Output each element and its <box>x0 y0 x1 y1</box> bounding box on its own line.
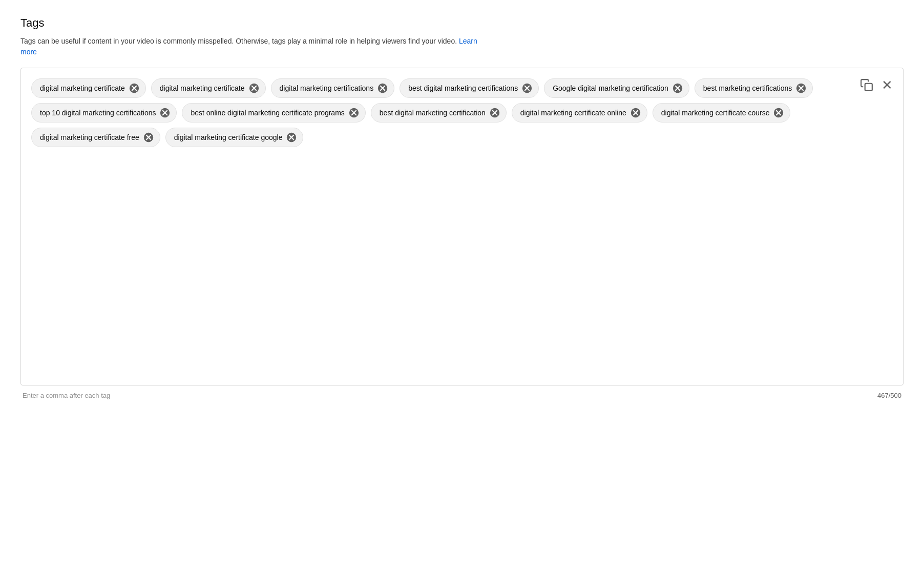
tag-item: digital marketing certifications <box>271 78 395 98</box>
tag-label: digital marketing certificate google <box>174 133 283 141</box>
remove-icon <box>796 83 806 93</box>
remove-icon <box>129 83 139 93</box>
tag-item: best digital marketing certifications <box>400 78 539 98</box>
tag-remove-button[interactable] <box>631 108 641 118</box>
tag-item: digital marketing certificate online <box>512 103 647 123</box>
tag-remove-button[interactable] <box>490 108 500 118</box>
tag-label: best digital marketing certification <box>380 109 486 117</box>
page-title: Tags <box>20 16 904 30</box>
tag-label: top 10 digital marketing certifications <box>40 109 156 117</box>
tag-label: best online digital marketing certificat… <box>191 109 344 117</box>
tag-remove-button[interactable] <box>773 108 784 118</box>
tag-label: digital marketing certificate free <box>40 133 139 141</box>
remove-icon <box>631 108 641 118</box>
remove-icon <box>377 83 388 93</box>
tag-item: top 10 digital marketing certifications <box>31 103 177 123</box>
tag-item: best digital marketing certification <box>371 103 507 123</box>
tag-remove-button[interactable] <box>522 83 532 93</box>
tag-label: digital marketing certificate <box>40 84 125 92</box>
tag-label: digital marketing certificate <box>160 84 245 92</box>
tag-item: digital marketing certificate course <box>653 103 791 123</box>
tag-remove-button[interactable] <box>160 108 170 118</box>
char-count: 467/500 <box>877 392 901 399</box>
tag-item: best online digital marketing certificat… <box>182 103 365 123</box>
tag-remove-button[interactable] <box>286 132 297 142</box>
remove-icon <box>349 108 359 118</box>
tag-remove-button[interactable] <box>249 83 259 93</box>
remove-icon <box>286 132 297 142</box>
tag-remove-button[interactable] <box>377 83 388 93</box>
tag-remove-button[interactable] <box>143 132 154 142</box>
tag-label: Google digital marketing certification <box>553 84 668 92</box>
footer: Enter a comma after each tag 467/500 <box>20 392 904 399</box>
tag-remove-button[interactable] <box>349 108 359 118</box>
tag-item: digital marketing certificate free <box>31 128 160 147</box>
tag-label: digital marketing certifications <box>280 84 374 92</box>
remove-icon <box>773 108 784 118</box>
copy-button[interactable] <box>858 76 875 94</box>
description-text: Tags can be useful if content in your vi… <box>20 37 457 45</box>
tag-remove-button[interactable] <box>673 83 683 93</box>
tag-label: best marketing certifications <box>703 84 792 92</box>
tags-area: digital marketing certificate digital ma… <box>31 78 893 147</box>
tag-remove-button[interactable] <box>796 83 806 93</box>
footer-hint: Enter a comma after each tag <box>23 392 110 399</box>
remove-icon <box>143 132 154 142</box>
tag-label: best digital marketing certifications <box>408 84 518 92</box>
tag-label: digital marketing certificate course <box>661 109 770 117</box>
tag-item: best marketing certifications <box>695 78 813 98</box>
tag-item: Google digital marketing certification <box>544 78 689 98</box>
tags-actions: ✕ <box>858 76 895 94</box>
remove-icon <box>490 108 500 118</box>
tags-container: ✕ digital marketing certificate digital … <box>20 68 904 385</box>
tag-item: digital marketing certificate <box>31 78 146 98</box>
remove-icon <box>160 108 170 118</box>
tag-item: digital marketing certificate google <box>165 128 304 147</box>
description: Tags can be useful if content in your vi… <box>20 36 481 57</box>
copy-icon <box>860 78 873 92</box>
tag-remove-button[interactable] <box>129 83 139 93</box>
remove-icon <box>673 83 683 93</box>
tag-label: digital marketing certificate online <box>520 109 626 117</box>
svg-rect-0 <box>865 84 872 91</box>
tag-item: digital marketing certificate <box>151 78 266 98</box>
remove-icon <box>249 83 259 93</box>
close-button[interactable]: ✕ <box>879 76 895 94</box>
remove-icon <box>522 83 532 93</box>
